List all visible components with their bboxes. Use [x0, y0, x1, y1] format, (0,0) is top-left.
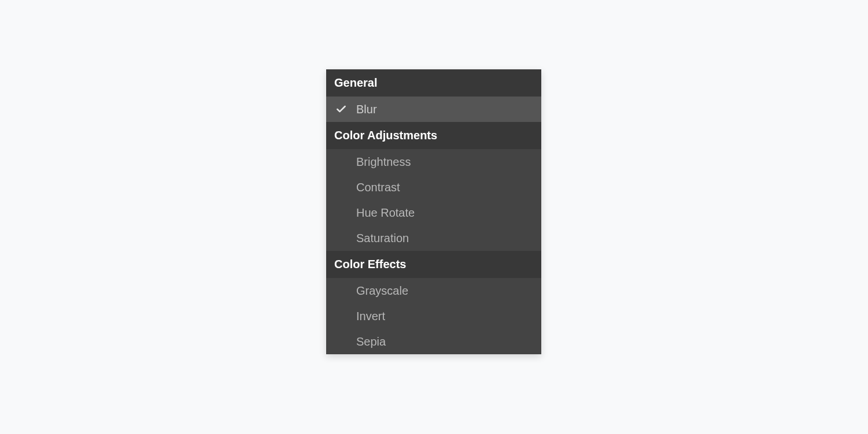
menu-item-hue-rotate[interactable]: Hue Rotate: [326, 200, 541, 225]
menu-item-label: Invert: [356, 310, 385, 323]
group-header-color-adjustments: Color Adjustments: [326, 122, 541, 149]
menu-item-brightness[interactable]: Brightness: [326, 149, 541, 175]
group-header-label: Color Effects: [334, 258, 406, 270]
group-header-label: General: [334, 76, 377, 89]
menu-item-sepia[interactable]: Sepia: [326, 329, 541, 354]
check-icon: [334, 102, 348, 116]
menu-item-label: Hue Rotate: [356, 206, 415, 220]
check-slot-empty: [334, 309, 348, 323]
check-slot-empty: [334, 335, 348, 348]
menu-item-label: Sepia: [356, 335, 386, 348]
menu-item-invert[interactable]: Invert: [326, 303, 541, 329]
check-slot-empty: [334, 284, 348, 298]
group-header-general: General: [326, 69, 541, 97]
menu-item-label: Contrast: [356, 181, 400, 194]
menu-item-saturation[interactable]: Saturation: [326, 225, 541, 251]
menu-item-label: Grayscale: [356, 284, 408, 298]
menu-item-label: Brightness: [356, 155, 411, 169]
group-header-label: Color Adjustments: [334, 129, 437, 142]
menu-item-label: Blur: [356, 103, 377, 116]
filter-menu: General Blur Color Adjustments Brightnes…: [326, 69, 541, 354]
menu-item-label: Saturation: [356, 232, 409, 245]
menu-item-grayscale[interactable]: Grayscale: [326, 278, 541, 303]
check-slot-empty: [334, 206, 348, 220]
menu-item-blur[interactable]: Blur: [326, 97, 541, 122]
check-slot-empty: [334, 231, 348, 245]
menu-item-contrast[interactable]: Contrast: [326, 175, 541, 200]
check-slot-empty: [334, 180, 348, 194]
group-header-color-effects: Color Effects: [326, 251, 541, 278]
check-slot-empty: [334, 155, 348, 169]
